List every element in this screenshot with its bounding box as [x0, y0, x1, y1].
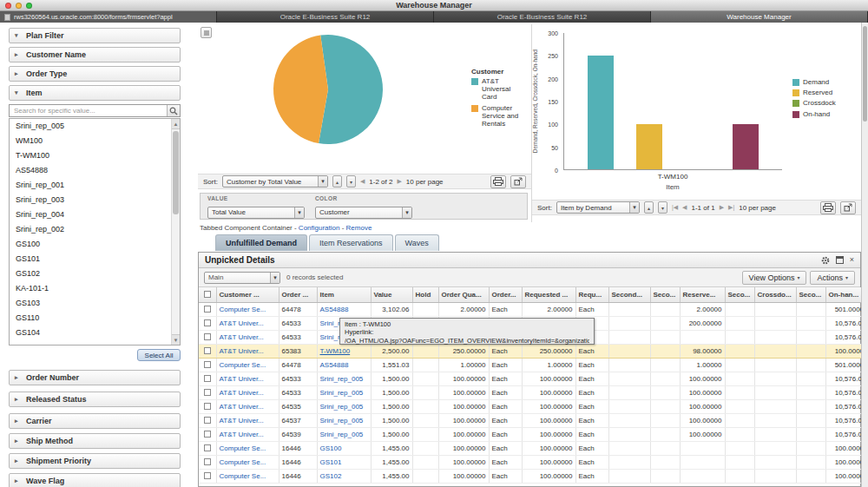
zoom-window-button[interactable]: [26, 3, 32, 9]
detach-button[interactable]: [510, 175, 526, 188]
item-value-option[interactable]: Srini_rep_005: [10, 119, 180, 134]
next-page-icon[interactable]: ▶: [397, 178, 401, 185]
search-button[interactable]: [167, 105, 180, 116]
customer-link[interactable]: Computer Se...: [220, 472, 266, 480]
maximize-panel-button[interactable]: [836, 256, 844, 264]
customer-link[interactable]: Computer Se...: [220, 444, 266, 452]
item-value-option[interactable]: WM100: [10, 134, 180, 148]
customer-link[interactable]: Computer Se...: [220, 458, 266, 466]
item-link[interactable]: GS100: [320, 444, 342, 452]
column-header[interactable]: Order Qua...: [438, 287, 489, 302]
column-header[interactable]: Seco...: [796, 287, 825, 302]
filter-section-order-number[interactable]: ▸Order Number: [9, 370, 181, 385]
item-value-option[interactable]: T-WM100: [10, 148, 180, 163]
item-value-option[interactable]: GS100: [10, 237, 180, 252]
close-panel-button[interactable]: ×: [850, 256, 854, 264]
item-value-option[interactable]: AS54888: [10, 163, 180, 178]
table-row[interactable]: AT&T Univer...64533Srini_rep_0051,500.00…: [199, 372, 868, 385]
remove-link[interactable]: Remove: [346, 224, 372, 232]
item-link[interactable]: GS101: [320, 458, 342, 466]
row-checkbox[interactable]: [204, 389, 211, 396]
filter-section-released-status[interactable]: ▸Released Status: [9, 392, 181, 407]
column-header[interactable]: Seco...: [725, 287, 754, 302]
filter-section-ship-method[interactable]: ▸Ship Method: [9, 433, 181, 449]
column-header[interactable]: Crossdo...: [754, 287, 796, 302]
item-value-option[interactable]: GS101: [10, 252, 180, 267]
detach-button[interactable]: [840, 201, 856, 214]
column-header[interactable]: Hold: [412, 287, 438, 302]
select-all-checkbox[interactable]: [204, 291, 211, 298]
column-header[interactable]: Item: [317, 287, 371, 302]
customer-link[interactable]: Computer Se...: [220, 306, 266, 313]
sort-ascending-button[interactable]: ▴: [332, 175, 342, 188]
select-all-button[interactable]: Select All: [137, 349, 181, 361]
filter-section-item[interactable]: ▾Item: [9, 85, 181, 101]
browser-tab-2[interactable]: Oracle E-Business Suite R12: [434, 11, 651, 23]
scroll-down-icon[interactable]: ▼: [172, 334, 180, 345]
column-header[interactable]: Customer ...: [216, 287, 279, 302]
row-checkbox[interactable]: [204, 306, 211, 313]
view-options-button[interactable]: View Options▾: [742, 271, 807, 285]
item-link[interactable]: Srini_rep_005: [320, 375, 364, 383]
column-header[interactable]: Order...: [489, 287, 522, 302]
filter-section-carrier[interactable]: ▸Carrier: [9, 413, 181, 429]
row-checkbox[interactable]: [204, 472, 211, 479]
sort-ascending-button[interactable]: ▴: [644, 201, 654, 214]
filter-section-order-type[interactable]: ▸Order Type: [9, 66, 181, 82]
close-window-button[interactable]: [5, 3, 11, 9]
table-row[interactable]: Computer Se...64478AS548883,102.062.0000…: [199, 302, 868, 316]
item-value-option[interactable]: KA-101-1: [10, 281, 180, 296]
browser-tab-1[interactable]: Oracle E-Business Suite R12: [217, 11, 434, 23]
minimize-window-button[interactable]: [16, 3, 22, 9]
sort-descending-button[interactable]: ▾: [658, 201, 667, 214]
column-header[interactable]: Requested ...: [522, 287, 575, 302]
table-row[interactable]: AT&T Univer...65383T-WM1002,500.00250.00…: [199, 344, 868, 358]
row-checkbox[interactable]: [204, 347, 211, 354]
configuration-link[interactable]: Configuration: [299, 224, 340, 232]
item-link[interactable]: Srini_rep_005: [320, 417, 364, 424]
tab-item-reservations[interactable]: Item Reservations: [309, 234, 393, 251]
bar-plot[interactable]: [563, 33, 782, 170]
item-link[interactable]: AS54888: [320, 306, 349, 313]
row-checkbox[interactable]: [204, 403, 211, 410]
item-value-option[interactable]: Srini_rep_002: [10, 222, 180, 237]
item-link[interactable]: Srini_rep_005: [320, 431, 364, 438]
table-row[interactable]: AT&T Univer...64537Srini_rep_0051,500.00…: [199, 413, 868, 427]
tab-unfulfilled-demand[interactable]: Unfulfilled Demand: [215, 234, 307, 251]
table-row[interactable]: AT&T Univer...64535Srini_rep_0051,500.00…: [199, 399, 868, 413]
panel-options-button[interactable]: [201, 27, 212, 38]
column-header[interactable]: Order ...: [279, 287, 317, 302]
scrollbar-thumb[interactable]: [173, 131, 179, 214]
item-link[interactable]: Srini_rep_005: [320, 403, 364, 411]
prev-page-icon[interactable]: ◀: [682, 204, 687, 211]
filter-section-shipment-priority[interactable]: ▸Shipment Priority: [9, 453, 181, 469]
value-select[interactable]: Total Value▾: [207, 207, 305, 219]
per-page-select[interactable]: 10 per page: [406, 178, 444, 186]
row-checkbox[interactable]: [204, 333, 211, 340]
prev-page-icon[interactable]: ◀: [360, 178, 365, 185]
table-row[interactable]: AT&T Univer...64533Srini_rep_0051,500.00…: [199, 385, 868, 399]
table-row[interactable]: AT&T Univer...64539Srini_rep_0051,500.00…: [199, 427, 868, 441]
row-checkbox[interactable]: [204, 417, 211, 424]
tab-waves[interactable]: Waves: [395, 234, 439, 251]
customer-link[interactable]: AT&T Univer...: [220, 389, 264, 397]
customer-link[interactable]: AT&T Univer...: [220, 431, 264, 438]
filter-section-plan-filter[interactable]: ▾Plan Filter: [9, 28, 181, 43]
actions-button[interactable]: Actions▾: [810, 271, 855, 285]
settings-button[interactable]: [821, 256, 830, 265]
item-value-option[interactable]: GS102: [10, 267, 180, 281]
browser-tab-3[interactable]: Warehouse Manager: [651, 11, 868, 23]
item-value-option[interactable]: GS104: [10, 326, 180, 340]
row-checkbox[interactable]: [204, 361, 211, 368]
row-checkbox[interactable]: [204, 375, 211, 382]
sort-descending-button[interactable]: ▾: [346, 175, 356, 188]
customer-link[interactable]: AT&T Univer...: [220, 319, 264, 327]
item-value-option[interactable]: GS110: [10, 311, 180, 326]
next-page-icon[interactable]: ▶: [720, 204, 724, 211]
per-page-select[interactable]: 10 per page: [739, 204, 776, 212]
customer-link[interactable]: AT&T Univer...: [220, 333, 264, 341]
pie-sort-select[interactable]: Customer by Total Value▾: [222, 175, 328, 188]
item-link[interactable]: GS102: [320, 472, 342, 480]
pie-chart[interactable]: [272, 33, 385, 146]
last-page-icon[interactable]: ▶|: [728, 204, 734, 211]
